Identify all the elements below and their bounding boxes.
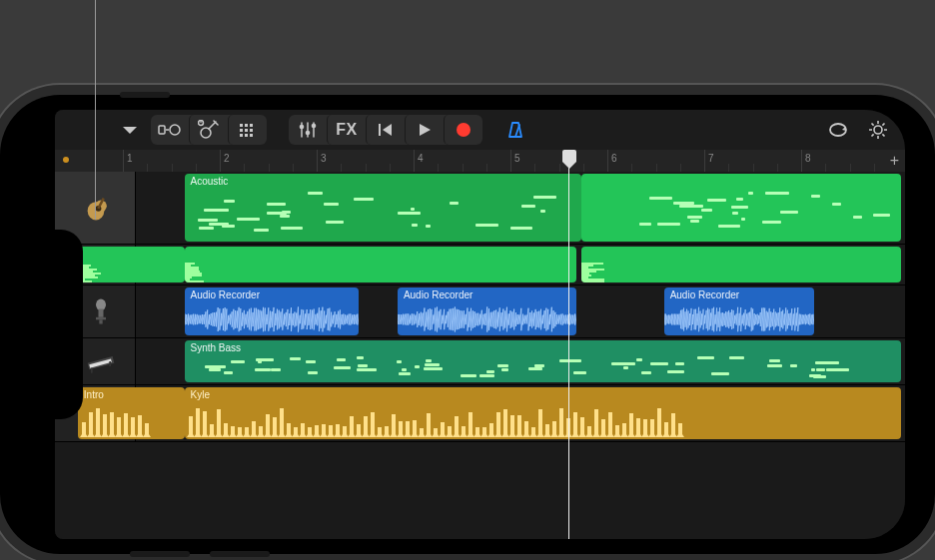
svg-rect-7 — [240, 129, 243, 132]
region[interactable]: Synth Bass — [185, 340, 902, 382]
instrument-button[interactable] — [189, 115, 228, 145]
region-label: Audio Recorder — [191, 289, 260, 300]
device-vol-down — [210, 551, 270, 557]
svg-point-14 — [306, 131, 311, 136]
svg-rect-0 — [159, 126, 165, 134]
svg-rect-6 — [250, 124, 253, 127]
ruler[interactable]: + 12345678 — [55, 150, 905, 173]
region[interactable] — [581, 174, 901, 242]
tracks-area[interactable]: AcousticAudio RecorderAudio RecorderAudi… — [55, 172, 905, 539]
region[interactable] — [78, 247, 185, 282]
sound-browser-button[interactable] — [151, 115, 189, 145]
svg-rect-31 — [91, 368, 93, 373]
region-label: Kyle — [191, 389, 210, 400]
svg-point-13 — [300, 125, 305, 130]
view-menu-button[interactable] — [111, 115, 149, 145]
track-acoustic[interactable]: Acoustic — [55, 172, 905, 245]
device-side-button — [120, 92, 170, 98]
track-lane[interactable]: IntroKyle — [136, 385, 905, 441]
region-label: Intro — [84, 389, 104, 400]
section-marker[interactable] — [63, 157, 69, 163]
fx-label: FX — [336, 121, 357, 139]
device-frame: FX — [0, 95, 935, 554]
region[interactable] — [185, 247, 577, 282]
playhead-handle[interactable] — [562, 150, 576, 162]
track-synthbass[interactable]: Synth Bass — [55, 338, 905, 385]
ruler-bar-number: 6 — [611, 153, 617, 164]
region[interactable]: Audio Recorder — [185, 287, 360, 335]
microphone-icon — [84, 296, 118, 326]
svg-point-27 — [96, 299, 106, 311]
svg-rect-8 — [245, 129, 248, 132]
track-audio[interactable]: Audio RecorderAudio RecorderAudio Record… — [55, 285, 905, 338]
device-notch — [55, 230, 83, 419]
ruler-bar-number: 1 — [127, 153, 133, 164]
region-label: Synth Bass — [191, 342, 242, 353]
rewind-button[interactable] — [366, 115, 405, 145]
callout-line — [95, 0, 96, 220]
region[interactable]: Intro — [78, 387, 185, 439]
svg-point-15 — [312, 124, 317, 129]
svg-rect-30 — [99, 319, 102, 323]
svg-rect-32 — [109, 361, 111, 366]
track-epiano[interactable] — [55, 245, 905, 285]
track-lane[interactable] — [136, 245, 905, 284]
track-lane[interactable]: Acoustic — [136, 172, 905, 244]
ruler-bar-number: 4 — [418, 153, 424, 164]
play-button[interactable] — [405, 115, 444, 145]
track-drums[interactable]: IntroKyle — [55, 385, 905, 442]
region[interactable] — [581, 247, 901, 282]
svg-rect-28 — [99, 309, 104, 317]
region-label: Audio Recorder — [670, 289, 739, 300]
svg-rect-29 — [96, 317, 106, 320]
ruler-bar-number: 3 — [321, 153, 327, 164]
svg-rect-9 — [250, 129, 253, 132]
toolbar: FX — [55, 110, 905, 151]
ruler-bar-number: 8 — [805, 153, 811, 164]
region-label: Audio Recorder — [404, 289, 472, 300]
ruler-bar-number: 7 — [708, 153, 714, 164]
settings-button[interactable] — [859, 115, 897, 145]
transport-group: FX — [289, 115, 482, 145]
svg-rect-12 — [250, 134, 253, 137]
record-button[interactable] — [444, 115, 482, 145]
svg-rect-10 — [240, 134, 243, 137]
svg-point-1 — [170, 125, 180, 135]
track-lane[interactable]: Audio RecorderAudio RecorderAudio Record… — [136, 285, 905, 337]
svg-rect-11 — [245, 134, 248, 137]
region[interactable]: Acoustic — [185, 174, 582, 242]
ruler-bar-number: 5 — [514, 153, 520, 164]
add-section-button[interactable]: + — [890, 152, 899, 170]
region[interactable]: Kyle — [185, 387, 902, 439]
acoustic-guitar-icon — [84, 193, 118, 223]
track-controls-button[interactable] — [289, 115, 327, 145]
fx-button[interactable]: FX — [327, 115, 366, 145]
keyboard-icon — [84, 346, 118, 376]
device-vol-up — [130, 551, 190, 557]
app-screen: FX — [55, 110, 905, 539]
region[interactable]: Audio Recorder — [398, 287, 576, 335]
browser-group — [151, 115, 267, 145]
loop-button[interactable] — [819, 115, 857, 145]
track-lane[interactable]: Synth Bass — [136, 338, 905, 384]
region-label: Acoustic — [191, 176, 229, 187]
svg-rect-5 — [245, 124, 248, 127]
region[interactable]: Audio Recorder — [664, 287, 814, 335]
metronome-button[interactable] — [496, 115, 534, 145]
svg-rect-4 — [240, 124, 243, 127]
svg-point-18 — [874, 126, 882, 134]
playhead[interactable] — [568, 150, 569, 539]
loop-browser-button[interactable] — [228, 115, 267, 145]
ruler-bar-number: 2 — [224, 153, 230, 164]
svg-point-16 — [457, 123, 470, 137]
